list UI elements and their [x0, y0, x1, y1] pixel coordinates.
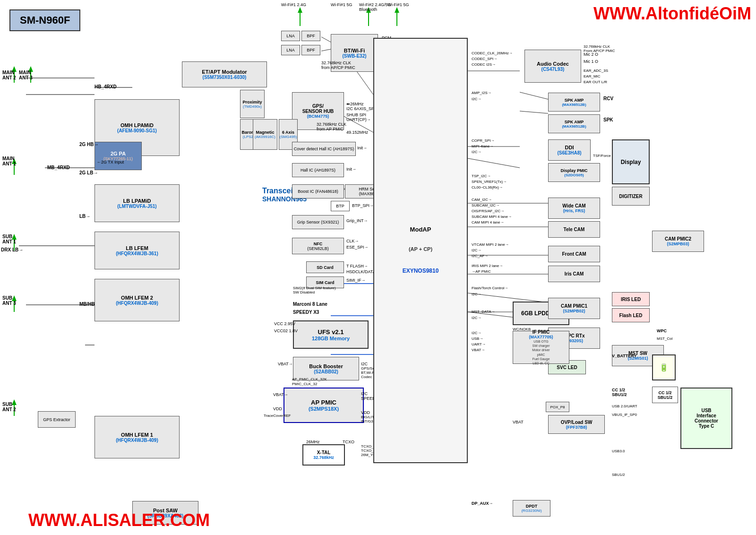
- lb-label: LB→: [79, 214, 90, 219]
- i2c-wpc-label: I2C→: [472, 316, 481, 320]
- svg-marker-43: [395, 7, 399, 13]
- sim-if-label: SIMI_IF→: [346, 278, 366, 283]
- usb-if-label: USB→: [472, 337, 483, 341]
- hall-ic-block: Hall IC (AH1897S): [292, 163, 344, 177]
- ap-pmic-iris-label: →AP PMIC: [472, 269, 491, 274]
- lna1-block: LNA: [281, 31, 300, 41]
- vdd2-label: VDD: [361, 410, 370, 415]
- wide-cam-block: Wide CAM (Hris, FRS): [548, 198, 600, 219]
- 32khz-gps-label: 32.768kHz CLKfrom AP PMIC: [317, 122, 346, 131]
- audio-codec-block: Audio Codec (CS47L93): [524, 50, 581, 83]
- ddi-block: DDI (S6E3HA8): [548, 139, 591, 161]
- mst-data-label: MST_DATA→: [472, 310, 495, 314]
- grip-int-label: Grip_INT→: [346, 218, 368, 223]
- wifi1-5g-label: Wi-Fi#1 5G: [331, 2, 352, 7]
- cam-pmic1-block: CAM PMIC1 (S2MPB02): [548, 298, 600, 319]
- cover-hall-block: Cover detect Hall IC (AH1897S): [292, 142, 356, 156]
- omh-lfem1-block: OMH LFEM 1 (HFQRX4WJB-409): [94, 416, 180, 458]
- 32khz-right-label: 32.768kHz CLKFrom AP/CP PMIC: [584, 44, 615, 53]
- btp-block: BTP: [331, 201, 350, 211]
- mb-4rxd-label: MB_4RXD: [47, 165, 70, 170]
- lb-lfem-block: LB LFEM (HFQRX4WJB-361): [94, 232, 180, 269]
- wifi2-label: Wi-Fi#2 2.4G/5GBluetooth: [359, 2, 391, 12]
- watermark-top: WWW.AltonfidéOiM: [593, 4, 751, 24]
- vcc295-label: VCC 2.95V: [274, 321, 295, 326]
- sd-card-block: SD Card: [306, 261, 344, 273]
- cam-i2c-label: CAM_I2C→: [472, 198, 492, 202]
- ear-adc-label: EAR_ADC_3S: [584, 69, 608, 73]
- btp-spi-label: BTP_SPI→: [352, 203, 374, 208]
- i2c-front-label: I2C→: [472, 248, 481, 252]
- i2c-pmic-label: I2C: [361, 391, 368, 396]
- subcam-mipi-label: SUBCAM MIPI 4 lane→: [472, 215, 512, 219]
- copr-spi-label: COPR_SPI→: [472, 138, 494, 143]
- main-ap-block: ModAP (AP + CP) EXYNOS9810: [373, 38, 468, 463]
- subcam-i2c-label: SUBCAM_I2C→: [472, 203, 499, 207]
- spk-label: SPK: [603, 117, 613, 122]
- watermark-bottom: WWW.ALISALER.COM: [28, 510, 210, 530]
- proximity-block: Proximity (TMD490x): [240, 90, 265, 118]
- dp-aux-label: DP_AUX→: [472, 501, 493, 506]
- battery-block: 🔋: [652, 354, 676, 380]
- cc12-label: CC 1/2SBU1/2: [612, 388, 627, 397]
- spen-vref-label: SPEN_VREF1(Tx)→: [472, 180, 507, 184]
- ear-mic-label: EAR_MIC: [584, 74, 601, 78]
- if-pmic-block: IF PMIC (MAX77705) USB OTGSW chargerMoto…: [513, 331, 569, 364]
- ear-out-label: EAR OUT L/R: [584, 80, 607, 84]
- init2-label: Init→: [346, 167, 356, 172]
- main-ant2-label: MAINANT 2: [2, 70, 16, 80]
- i2c-af-label: I2C_AF→: [472, 254, 488, 258]
- cam-mipi-label: CAM MIPI 4 lane→: [472, 220, 504, 224]
- ufs-block: UFS v2.1 128GB Memory: [293, 320, 369, 349]
- wc-nokb-label: WC/NOKB: [513, 327, 531, 331]
- 2g-lb-label: 2G LB→: [79, 170, 98, 175]
- dpdt-block: DPDT (RG3230NI): [513, 500, 550, 517]
- main-ant1-label: MAINANT 1: [2, 156, 16, 166]
- hsdclk-label: HSDCLK/DATA: [346, 269, 376, 274]
- pmic-clk-label: PMIC_CLK_32: [292, 382, 317, 386]
- ovp-load-sw-block: OVP/Load SW (FPF37B8): [548, 415, 605, 434]
- vbus-label: VBUS_IF_SP0: [612, 413, 637, 417]
- hb-4rxd-label: HB_4RXD: [94, 84, 117, 89]
- i2c-display-label: I2C→: [472, 150, 481, 154]
- vdd-label: VDD: [273, 406, 282, 411]
- nfc-block: NFC (SEN82LB): [292, 238, 344, 254]
- spk-amp2-block: SPK AMP (MAX98512B): [548, 114, 600, 133]
- 26mhz-gps-label: ⬅26MHz: [346, 102, 364, 106]
- bpf2-block: BPF: [301, 45, 320, 55]
- iris-led-block: IRIS LED: [612, 292, 650, 306]
- lb-lpamid-block: LB LPAMiD (LMTWDVFA-J51): [94, 184, 180, 222]
- lna2-block: LNA: [281, 45, 300, 55]
- front-cam-block: Front CAM: [548, 246, 600, 262]
- cam-pmic2-block: CAM PMIC2 (S2MPB03): [652, 231, 704, 252]
- grip-sensor-block: Grip Sensor (SX9321): [292, 215, 344, 229]
- gps-extractor-block: GPS Extractor: [38, 411, 76, 428]
- main-ant3-label: MAINANT 3: [19, 70, 33, 80]
- i2c-buck-label: I2C: [361, 362, 368, 366]
- drx-lb-label: DRX LB→: [1, 247, 23, 252]
- codec-spi-label: CODEC_SPI→: [472, 57, 497, 61]
- cl00-cl36-label: CL00~CL36(Rx)→: [472, 185, 503, 190]
- tele-cam-block: Tele CAM: [548, 221, 600, 238]
- et-apt-block: ET/APT Modulator (S5M7350X01-6030): [182, 61, 267, 87]
- speedy-x3-label: SPEEDY X3: [293, 310, 319, 315]
- t-flash-label: T FLASH→: [346, 264, 368, 268]
- model-label: SM-N960F: [9, 9, 80, 31]
- sub-ant3-label: SUBANT 3: [2, 295, 16, 306]
- shub-spi-label: SHUB SPI: [346, 112, 366, 117]
- wpc-label-right: WPC: [657, 328, 667, 333]
- flash-torch-label: Flash/Torch Control→: [472, 286, 508, 290]
- mb-hb-label2: MB/HB: [79, 302, 95, 307]
- i2c-if-label: I2C→: [472, 331, 481, 335]
- mipi-4lane-label: MIPI 4lane→: [472, 144, 493, 148]
- i2c-cam-pmic-label: I2C→: [472, 292, 481, 296]
- wifi1-2g-label: Wi-Fi#1 2.4G: [281, 2, 306, 7]
- display-block: Display: [612, 139, 650, 184]
- ap-pmic-clk-label: AP_PMIC_CLK_32K: [292, 377, 327, 381]
- digitizer-block: DIGITIZER: [612, 187, 650, 206]
- display-pmic-block: Display PMIC (S2DOS05): [548, 163, 600, 182]
- iris-cam-block: Iris CAM: [548, 266, 600, 282]
- usb20-label: USB 2.0/UART: [612, 404, 637, 408]
- vbat-buck-label: VBAT→: [278, 362, 293, 366]
- sub-ant1-label: SUBANT 1: [2, 234, 16, 244]
